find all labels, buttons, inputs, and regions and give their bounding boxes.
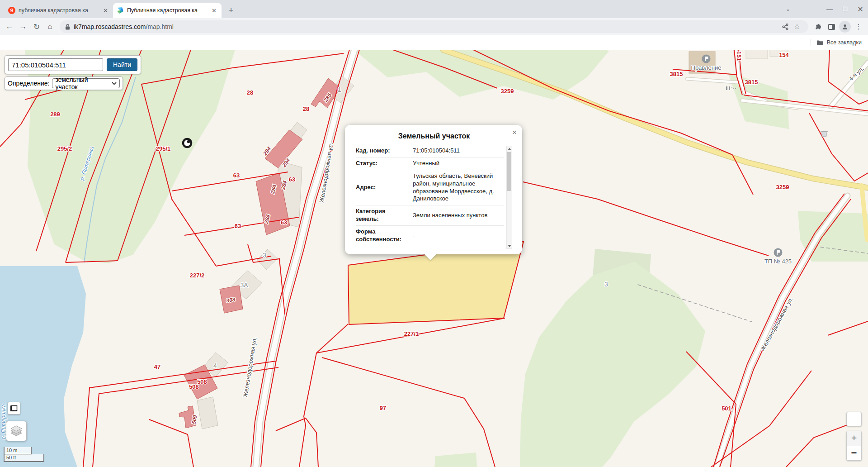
map-label: 3259 xyxy=(501,88,514,95)
ruler-icon xyxy=(10,404,18,412)
map-label: 295/1 xyxy=(156,145,171,152)
popup-title: Земельный участок xyxy=(356,132,512,140)
popup-attributes: Кад. номер:71:05:010504:511Статус:Учтенн… xyxy=(356,145,504,250)
window-maximize-button[interactable] xyxy=(837,0,853,18)
popup-row: Статус:Учтенный xyxy=(356,157,504,170)
zoom-control: + − xyxy=(846,431,862,461)
svg-text:Правление: Правление xyxy=(691,64,722,71)
map-canvas[interactable]: 289295/2295/1282863636363227/2227/197475… xyxy=(0,50,868,467)
svg-text:ТП № 425: ТП № 425 xyxy=(764,258,792,265)
reload-button[interactable]: ↻ xyxy=(30,20,43,33)
map-label: 63 xyxy=(233,172,240,179)
popup-row: Форма собственности:- xyxy=(356,226,504,246)
map-label: 227/2 xyxy=(190,272,205,279)
scroll-down-arrow-icon[interactable] xyxy=(507,243,512,248)
home-button[interactable]: ⌂ xyxy=(43,20,57,33)
map-cursor xyxy=(183,139,191,147)
chevron-down-icon xyxy=(112,82,117,85)
map-label: 308 xyxy=(226,296,236,304)
profile-avatar[interactable] xyxy=(838,20,852,33)
divider xyxy=(811,39,811,46)
map-label: 289 xyxy=(50,111,60,118)
browser-toolbar: ← → ↻ ⌂ ik7map.roscadastres.com/map.html… xyxy=(0,18,868,35)
url-text: ik7map.roscadastres.com/map.html xyxy=(74,23,174,30)
map-label: 63 xyxy=(289,176,295,183)
address-bar[interactable]: ik7map.roscadastres.com/map.html ☆ xyxy=(60,20,808,33)
map-label: 3 xyxy=(604,281,608,288)
scroll-up-arrow-icon[interactable] xyxy=(507,146,512,152)
map-label: 151 xyxy=(736,51,742,61)
tab-title: Публичная кадастровая ка xyxy=(127,7,207,14)
layers-icon xyxy=(9,425,23,438)
popup-row: Адрес:Тульская область, Веневский район,… xyxy=(356,170,504,205)
tab-title: публичная кадастровая ка xyxy=(19,7,99,14)
popup-row: Категория земель:Земли населенных пункто… xyxy=(356,205,504,226)
all-bookmarks-label[interactable]: Все закладки xyxy=(827,39,862,46)
scrollbar-thumb[interactable] xyxy=(507,152,511,191)
find-button[interactable]: Найти xyxy=(107,58,137,71)
bookmark-star-icon[interactable]: ☆ xyxy=(791,21,803,33)
zoom-in-button[interactable]: + xyxy=(847,431,861,446)
measure-tool-button[interactable] xyxy=(8,402,20,415)
lock-icon xyxy=(65,24,70,30)
map-label: 3 xyxy=(263,252,266,259)
popup-row: Кадастровая стоимость:638720 руб xyxy=(356,246,504,250)
pinwheel-icon xyxy=(117,7,124,14)
tab-close-icon[interactable]: ✕ xyxy=(102,7,109,14)
map-label: 47 xyxy=(154,363,160,370)
tab-close-icon[interactable]: ✕ xyxy=(210,7,218,14)
definition-select[interactable]: земельный участок xyxy=(52,78,120,88)
back-button[interactable]: ← xyxy=(3,20,16,33)
definition-label: Определение: xyxy=(8,80,49,87)
popup-tail xyxy=(425,254,436,260)
forward-button[interactable]: → xyxy=(16,20,30,33)
window-minimize-button[interactable]: — xyxy=(822,0,837,18)
map-label: 63 xyxy=(281,219,287,226)
popup-row: Кад. номер:71:05:010504:511 xyxy=(356,145,504,157)
map-label: 97 xyxy=(380,405,386,411)
tab-search-chevron-icon[interactable]: ⌄ xyxy=(780,0,796,18)
map-label: 3А xyxy=(240,281,248,289)
parcel-info-popup: × Земельный участок Кад. номер:71:05:010… xyxy=(345,125,522,254)
browser-menu-kebab-icon[interactable]: ⋮ xyxy=(852,20,865,33)
tab-yandex-search[interactable]: Я публичная кадастровая ка ✕ xyxy=(5,3,113,18)
popup-scrollbar[interactable] xyxy=(506,146,512,249)
map-label: 3815 xyxy=(670,71,683,77)
map-label: 227/1 xyxy=(404,330,419,337)
fullscreen-button[interactable] xyxy=(846,412,862,426)
close-icon[interactable]: × xyxy=(512,129,517,136)
map-label: 63 xyxy=(235,223,241,229)
new-tab-button[interactable]: + xyxy=(225,4,237,17)
map-label: 154 xyxy=(779,52,789,58)
layers-button[interactable] xyxy=(6,421,27,441)
bookmarks-bar: Все закладки xyxy=(0,35,868,50)
window-close-button[interactable]: ✕ xyxy=(853,0,868,18)
side-panel-icon[interactable] xyxy=(825,20,838,33)
map-label: 508 xyxy=(197,378,207,385)
scale-metric: 10 m xyxy=(4,447,32,455)
share-icon[interactable] xyxy=(779,21,791,33)
bookmarks-folder-icon xyxy=(816,40,824,46)
extensions-puzzle-icon[interactable] xyxy=(811,20,825,33)
definition-panel: Определение: земельный участок xyxy=(5,76,123,90)
map-label: 295/2 xyxy=(57,145,72,152)
map-label: 1 xyxy=(338,86,341,93)
yandex-icon: Я xyxy=(8,7,15,14)
map-label: 28 xyxy=(247,89,253,96)
zoom-out-button[interactable]: − xyxy=(847,446,861,461)
tab-strip: Я публичная кадастровая ка ✕ Публичная к… xyxy=(0,0,868,18)
scale-imperial: 50 ft xyxy=(4,454,44,462)
tab-cadastral-map[interactable]: Публичная кадастровая ка ✕ xyxy=(113,3,222,18)
cadastral-number-input[interactable] xyxy=(8,58,103,71)
map-label: 3259 xyxy=(776,184,789,191)
map-label: 3815 xyxy=(745,79,758,86)
map-label: 4 xyxy=(213,362,217,369)
search-panel: Найти xyxy=(5,55,141,74)
map-label: 28 xyxy=(303,105,309,112)
map-label: 501 xyxy=(722,405,731,412)
